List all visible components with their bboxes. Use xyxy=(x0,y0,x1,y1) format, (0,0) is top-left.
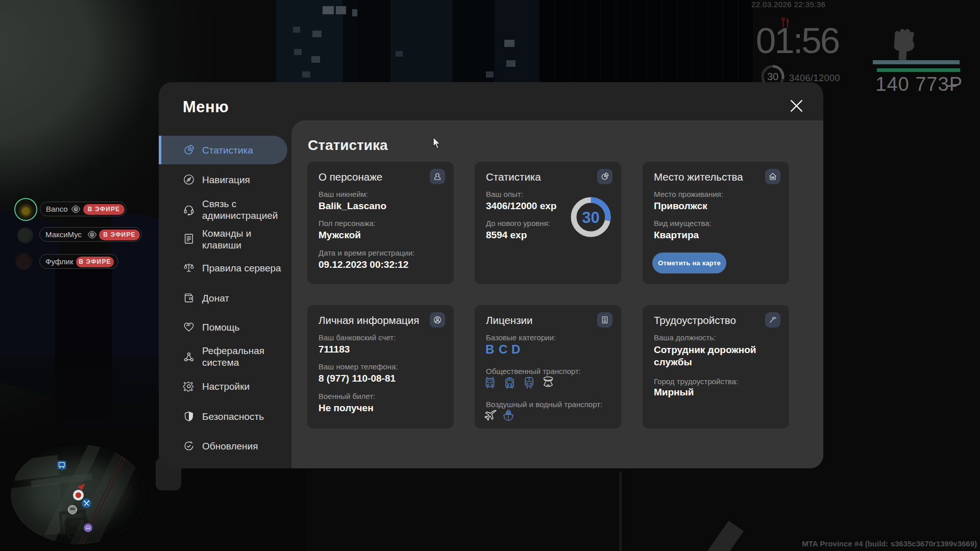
svg-text:30: 30 xyxy=(582,209,599,227)
